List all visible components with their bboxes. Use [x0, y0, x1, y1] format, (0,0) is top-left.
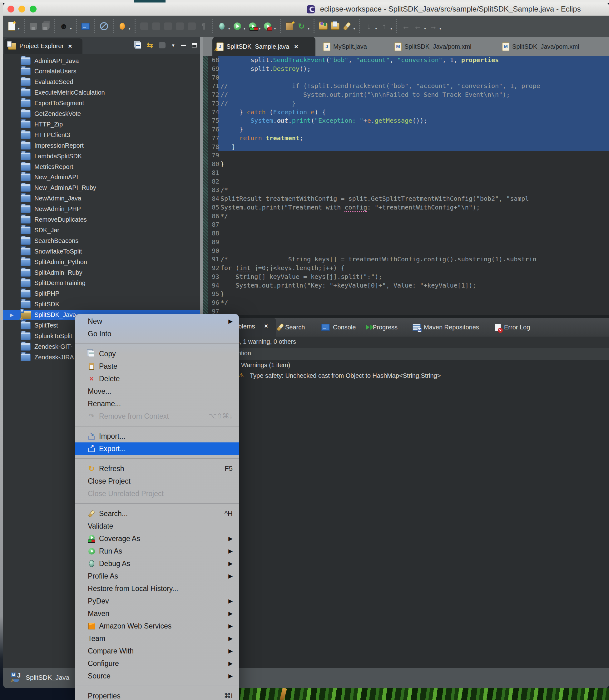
tab-project-explorer[interactable]: Project Explorer ×: [4, 38, 83, 54]
menu-item-rename[interactable]: Rename...: [75, 398, 239, 410]
chevron-down-icon[interactable]: ▼: [128, 27, 131, 30]
menu-item-configure[interactable]: Configure ▶: [75, 657, 239, 670]
tree-item[interactable]: CorrelateUsers: [3, 66, 200, 77]
tree-item[interactable]: MetricsReport: [3, 161, 200, 172]
tree-item[interactable]: RemoveDuplicates: [3, 214, 200, 225]
chevron-down-icon[interactable]: ▼: [307, 27, 310, 30]
menu-item-maven[interactable]: Maven ▶: [75, 607, 239, 620]
tree-item[interactable]: AdminAPI_Java: [3, 56, 200, 66]
account-icon[interactable]: ☻: [59, 21, 69, 32]
code-editor[interactable]: 68 split.SendTrackEvent("bob", "account"…: [203, 56, 609, 315]
tree-item[interactable]: SplitAdmin_Ruby: [3, 267, 200, 278]
editor-tab[interactable]: MSplitSDK_Java/pom.xml: [390, 37, 484, 56]
chevron-down-icon[interactable]: ▼: [353, 27, 356, 30]
menu-item-amazon-web-services[interactable]: Amazon Web Services ▶: [75, 620, 239, 632]
menu-item-coverage-as[interactable]: Coverage As ▶: [75, 532, 239, 545]
minimize-view-button[interactable]: [181, 45, 186, 46]
menu-item-profile-as[interactable]: Profile As ▶: [75, 570, 239, 582]
minimize-traffic-light[interactable]: [18, 6, 25, 13]
titlebar[interactable]: eclipse-workspace - SplitSDK_Java/src/sa…: [3, 2, 609, 16]
menu-item-export[interactable]: Export...: [75, 442, 239, 455]
editor-tab[interactable]: JMySplit.java: [319, 37, 388, 56]
warning-item-row[interactable]: Type safety: Unchecked cast from Object …: [250, 372, 441, 379]
chevron-down-icon[interactable]: ▼: [258, 27, 261, 30]
tree-item[interactable]: SnowflakeToSplit: [3, 246, 200, 257]
editor-tab[interactable]: J⚠SplitSDK_Sample.java×: [212, 37, 315, 56]
tree-item[interactable]: ExportToSegment: [3, 98, 200, 109]
javadoc-icon[interactable]: ↻: [296, 21, 307, 32]
coverage-icon[interactable]: [248, 21, 258, 32]
menu-item-close-project[interactable]: Close Project: [75, 475, 239, 487]
tree-item[interactable]: ImpressionReport: [3, 140, 200, 151]
editor-tab[interactable]: MSplitSDK_Java/pom.xml: [498, 37, 593, 56]
problems-column-header-row[interactable]: Description: [203, 348, 609, 360]
tree-item[interactable]: New_AdminAPI_Ruby: [3, 183, 200, 193]
chevron-down-icon[interactable]: ▼: [17, 27, 20, 30]
chevron-down-icon[interactable]: ▼: [439, 27, 442, 30]
remote-console-icon[interactable]: [81, 21, 91, 32]
tree-item[interactable]: SplitAdmin_Python: [3, 257, 200, 267]
tree-item[interactable]: ExecuteMetricCalculation: [3, 87, 200, 98]
menu-item-import[interactable]: Import...: [75, 430, 239, 442]
menu-item-restore-from-local-history[interactable]: Restore from Local History...: [75, 582, 239, 595]
chevron-down-icon[interactable]: ▼: [375, 27, 378, 30]
warnings-group-row[interactable]: Warnings (1 item): [241, 362, 290, 369]
chevron-down-icon[interactable]: ▼: [390, 27, 393, 30]
panel-sash-horizontal[interactable]: [203, 315, 609, 318]
menu-item-go-into[interactable]: Go Into: [75, 328, 239, 340]
menu-item-move[interactable]: Move...: [75, 385, 239, 398]
menu-item-debug-as[interactable]: Debug As ▶: [75, 557, 239, 570]
zoom-traffic-light[interactable]: [30, 6, 37, 13]
chevron-down-icon[interactable]: ▼: [228, 27, 231, 30]
menu-item-pydev[interactable]: PyDev ▶: [75, 595, 239, 607]
tree-item[interactable]: SplitSDK: [3, 299, 200, 310]
tab-console[interactable]: Console: [321, 318, 356, 336]
tab-error-log[interactable]: Error Log: [495, 318, 530, 336]
tree-item[interactable]: SplitPHP: [3, 288, 200, 299]
close-traffic-light[interactable]: [7, 6, 14, 13]
menu-item-source[interactable]: Source ▶: [75, 670, 239, 682]
tab-search[interactable]: Search: [279, 318, 305, 336]
open-task-icon[interactable]: [330, 21, 340, 32]
tab-maven-repositories[interactable]: Maven Repositories: [413, 318, 479, 336]
debug-icon[interactable]: [217, 21, 227, 32]
tree-item[interactable]: HTTPClient3: [3, 129, 200, 140]
maximize-view-button[interactable]: [192, 43, 197, 48]
tree-item[interactable]: NewAdmin_PHP: [3, 204, 200, 214]
chevron-down-icon[interactable]: ▼: [423, 27, 427, 30]
menu-item-copy[interactable]: Copy: [75, 348, 239, 360]
chevron-down-icon[interactable]: ▼: [69, 27, 72, 30]
open-type-icon[interactable]: [318, 21, 328, 32]
collapse-all-button[interactable]: [135, 42, 141, 49]
close-icon[interactable]: ×: [264, 322, 268, 330]
tree-item[interactable]: HTTP_Zip: [3, 119, 200, 129]
tree-item[interactable]: EvaluateSeed: [3, 77, 200, 87]
menu-item-compare-with[interactable]: Compare With ▶: [75, 645, 239, 657]
view-menu-button[interactable]: ▼: [171, 43, 175, 48]
menu-item-team[interactable]: Team ▶: [75, 632, 239, 645]
verify-bug-icon[interactable]: [118, 21, 127, 32]
tab-progress[interactable]: Progress: [366, 318, 398, 336]
menu-item-run-as[interactable]: Run As ▶: [75, 545, 239, 557]
menu-item-refresh[interactable]: ↻ Refresh F5: [75, 462, 239, 475]
tree-item[interactable]: SDK_Jar: [3, 225, 200, 235]
menu-item-validate[interactable]: Validate: [75, 520, 239, 532]
run-icon[interactable]: [232, 21, 242, 32]
chevron-down-icon[interactable]: ▼: [243, 27, 246, 30]
menu-item-new[interactable]: New ▶: [75, 315, 239, 328]
search-torch-icon[interactable]: [342, 21, 352, 32]
chevron-down-icon[interactable]: ▼: [273, 27, 276, 30]
tree-item[interactable]: GetZendeskVote: [3, 109, 200, 119]
link-with-editor-button[interactable]: ⇆: [147, 41, 153, 50]
close-icon[interactable]: ×: [68, 42, 72, 50]
menu-item-paste[interactable]: Paste: [75, 360, 239, 372]
new-wizard-icon[interactable]: [6, 21, 17, 32]
tree-item[interactable]: SplitDemoTraining: [3, 278, 200, 288]
menu-item-delete[interactable]: × Delete: [75, 372, 239, 385]
menu-item-properties[interactable]: Properties ⌘I: [75, 690, 239, 700]
tree-item[interactable]: NewAdmin_Java: [3, 193, 200, 204]
tree-item[interactable]: New_AdminAPI: [3, 172, 200, 183]
skip-breakpoints-icon[interactable]: [99, 21, 109, 32]
expander-icon[interactable]: ▶: [10, 312, 14, 318]
tree-item[interactable]: LambdaSplitSDK: [3, 151, 200, 161]
